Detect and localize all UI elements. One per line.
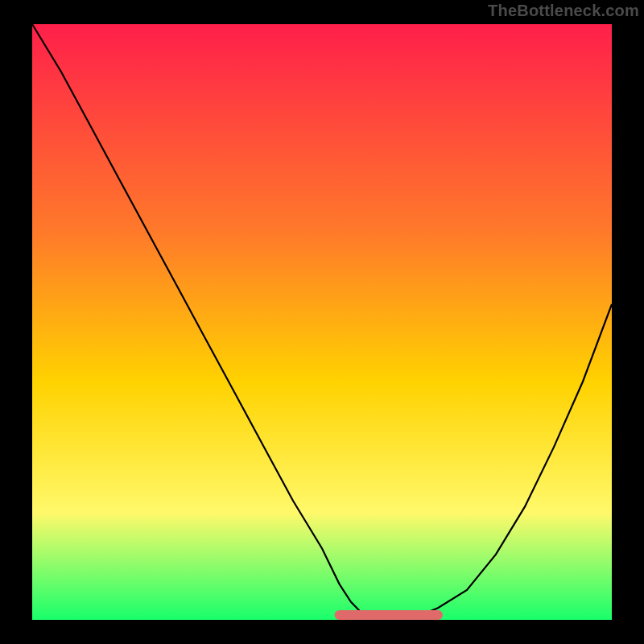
gradient-background bbox=[32, 24, 612, 620]
plot-area bbox=[32, 24, 612, 620]
watermark-text: TheBottleneck.com bbox=[488, 2, 639, 20]
chart-svg bbox=[32, 24, 612, 620]
chart-frame: TheBottleneck.com bbox=[0, 0, 644, 644]
